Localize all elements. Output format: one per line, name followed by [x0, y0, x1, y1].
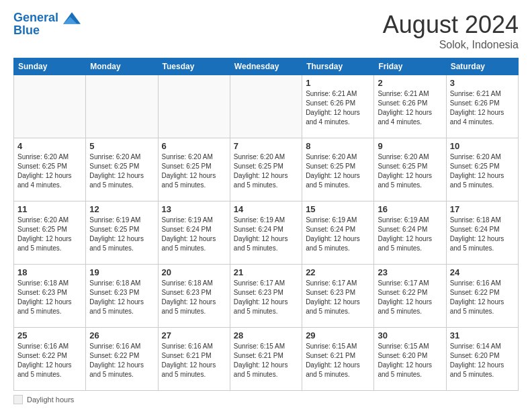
logo-blue: Blue: [13, 24, 81, 38]
day-number: 23: [378, 267, 442, 277]
day-number: 15: [306, 204, 370, 214]
day-number: 12: [89, 204, 154, 214]
day-info: Sunrise: 6:17 AM Sunset: 6:23 PM Dayligh…: [306, 279, 370, 316]
calendar-cell: 18Sunrise: 6:18 AM Sunset: 6:23 PM Dayli…: [14, 265, 86, 328]
month-year: August 2024: [383, 11, 519, 39]
calendar-week-4: 25Sunrise: 6:16 AM Sunset: 6:22 PM Dayli…: [14, 328, 519, 391]
day-number: 14: [234, 204, 298, 214]
day-info: Sunrise: 6:20 AM Sunset: 6:25 PM Dayligh…: [234, 152, 298, 190]
weekday-sunday: Sunday: [14, 58, 86, 75]
day-number: 28: [234, 330, 298, 340]
calendar-cell: 3Sunrise: 6:21 AM Sunset: 6:26 PM Daylig…: [446, 75, 518, 138]
calendar-cell: 11Sunrise: 6:20 AM Sunset: 6:25 PM Dayli…: [14, 201, 86, 265]
day-number: 10: [450, 141, 515, 151]
day-info: Sunrise: 6:18 AM Sunset: 6:24 PM Dayligh…: [450, 216, 515, 253]
weekday-friday: Friday: [374, 58, 446, 75]
day-info: Sunrise: 6:20 AM Sunset: 6:25 PM Dayligh…: [162, 152, 226, 190]
calendar-cell: 10Sunrise: 6:20 AM Sunset: 6:25 PM Dayli…: [446, 138, 518, 201]
weekday-header-row: SundayMondayTuesdayWednesdayThursdayFrid…: [14, 58, 519, 75]
calendar-cell: 26Sunrise: 6:16 AM Sunset: 6:22 PM Dayli…: [86, 328, 158, 391]
day-number: 22: [306, 267, 370, 277]
calendar-cell: 28Sunrise: 6:15 AM Sunset: 6:21 PM Dayli…: [230, 328, 302, 391]
day-number: 8: [306, 141, 370, 151]
day-number: 29: [306, 330, 370, 340]
day-info: Sunrise: 6:16 AM Sunset: 6:22 PM Dayligh…: [17, 342, 82, 379]
calendar-cell: [158, 75, 230, 138]
day-info: Sunrise: 6:14 AM Sunset: 6:20 PM Dayligh…: [450, 342, 515, 379]
calendar-cell: 27Sunrise: 6:16 AM Sunset: 6:21 PM Dayli…: [158, 328, 230, 391]
calendar-cell: 8Sunrise: 6:20 AM Sunset: 6:25 PM Daylig…: [302, 138, 374, 201]
day-number: 24: [450, 267, 515, 277]
calendar-cell: 2Sunrise: 6:21 AM Sunset: 6:26 PM Daylig…: [374, 75, 446, 138]
calendar-cell: 16Sunrise: 6:19 AM Sunset: 6:24 PM Dayli…: [374, 201, 446, 265]
day-info: Sunrise: 6:17 AM Sunset: 6:23 PM Dayligh…: [234, 279, 298, 316]
day-number: 3: [450, 78, 515, 88]
day-info: Sunrise: 6:20 AM Sunset: 6:25 PM Dayligh…: [17, 152, 82, 190]
weekday-saturday: Saturday: [446, 58, 518, 75]
daylight-box: [13, 395, 23, 404]
day-info: Sunrise: 6:21 AM Sunset: 6:26 PM Dayligh…: [450, 89, 515, 127]
day-info: Sunrise: 6:20 AM Sunset: 6:25 PM Dayligh…: [89, 152, 154, 190]
calendar-body: 1Sunrise: 6:21 AM Sunset: 6:26 PM Daylig…: [14, 75, 519, 391]
day-number: 7: [234, 141, 298, 151]
day-number: 1: [306, 78, 370, 88]
day-info: Sunrise: 6:20 AM Sunset: 6:25 PM Dayligh…: [17, 216, 82, 253]
day-info: Sunrise: 6:21 AM Sunset: 6:26 PM Dayligh…: [306, 89, 370, 127]
calendar-cell: 24Sunrise: 6:16 AM Sunset: 6:22 PM Dayli…: [446, 265, 518, 328]
day-info: Sunrise: 6:20 AM Sunset: 6:25 PM Dayligh…: [306, 152, 370, 190]
day-number: 26: [89, 330, 154, 340]
calendar-week-3: 18Sunrise: 6:18 AM Sunset: 6:23 PM Dayli…: [14, 265, 519, 328]
calendar-cell: 1Sunrise: 6:21 AM Sunset: 6:26 PM Daylig…: [302, 75, 374, 138]
day-info: Sunrise: 6:19 AM Sunset: 6:24 PM Dayligh…: [162, 216, 226, 253]
day-info: Sunrise: 6:18 AM Sunset: 6:23 PM Dayligh…: [162, 279, 226, 316]
day-info: Sunrise: 6:18 AM Sunset: 6:23 PM Dayligh…: [89, 279, 154, 316]
calendar-cell: 20Sunrise: 6:18 AM Sunset: 6:23 PM Dayli…: [158, 265, 230, 328]
weekday-monday: Monday: [86, 58, 158, 75]
calendar-cell: [230, 75, 302, 138]
day-number: 6: [162, 141, 226, 151]
calendar-cell: 15Sunrise: 6:19 AM Sunset: 6:24 PM Dayli…: [302, 201, 374, 265]
day-number: 27: [162, 330, 226, 340]
calendar-cell: 23Sunrise: 6:17 AM Sunset: 6:22 PM Dayli…: [374, 265, 446, 328]
calendar-cell: [86, 75, 158, 138]
day-number: 20: [162, 267, 226, 277]
day-info: Sunrise: 6:20 AM Sunset: 6:25 PM Dayligh…: [450, 152, 515, 190]
calendar-cell: 31Sunrise: 6:14 AM Sunset: 6:20 PM Dayli…: [446, 328, 518, 391]
calendar-cell: 29Sunrise: 6:15 AM Sunset: 6:21 PM Dayli…: [302, 328, 374, 391]
day-info: Sunrise: 6:21 AM Sunset: 6:26 PM Dayligh…: [378, 89, 442, 127]
day-number: 2: [378, 78, 442, 88]
page: General Blue August 2024 Solok, Indonesi…: [0, 0, 532, 411]
calendar-cell: 19Sunrise: 6:18 AM Sunset: 6:23 PM Dayli…: [86, 265, 158, 328]
calendar-table: SundayMondayTuesdayWednesdayThursdayFrid…: [13, 58, 519, 391]
location: Solok, Indonesia: [383, 39, 519, 51]
calendar-cell: 7Sunrise: 6:20 AM Sunset: 6:25 PM Daylig…: [230, 138, 302, 201]
calendar-cell: 6Sunrise: 6:20 AM Sunset: 6:25 PM Daylig…: [158, 138, 230, 201]
calendar-cell: 17Sunrise: 6:18 AM Sunset: 6:24 PM Dayli…: [446, 201, 518, 265]
day-info: Sunrise: 6:19 AM Sunset: 6:24 PM Dayligh…: [234, 216, 298, 253]
day-number: 4: [17, 141, 82, 151]
calendar-cell: 30Sunrise: 6:15 AM Sunset: 6:20 PM Dayli…: [374, 328, 446, 391]
calendar-cell: 21Sunrise: 6:17 AM Sunset: 6:23 PM Dayli…: [230, 265, 302, 328]
logo: General Blue: [13, 11, 81, 37]
day-number: 25: [17, 330, 82, 340]
daylight-label: Daylight hours: [27, 396, 74, 404]
calendar-cell: 12Sunrise: 6:19 AM Sunset: 6:25 PM Dayli…: [86, 201, 158, 265]
day-number: 16: [378, 204, 442, 214]
weekday-wednesday: Wednesday: [230, 58, 302, 75]
day-info: Sunrise: 6:16 AM Sunset: 6:22 PM Dayligh…: [450, 279, 515, 316]
calendar-week-2: 11Sunrise: 6:20 AM Sunset: 6:25 PM Dayli…: [14, 201, 519, 265]
calendar-header: SundayMondayTuesdayWednesdayThursdayFrid…: [14, 58, 519, 75]
calendar-cell: 9Sunrise: 6:20 AM Sunset: 6:25 PM Daylig…: [374, 138, 446, 201]
day-number: 17: [450, 204, 515, 214]
day-info: Sunrise: 6:17 AM Sunset: 6:22 PM Dayligh…: [378, 279, 442, 316]
day-info: Sunrise: 6:19 AM Sunset: 6:24 PM Dayligh…: [306, 216, 370, 253]
day-number: 21: [234, 267, 298, 277]
day-info: Sunrise: 6:19 AM Sunset: 6:24 PM Dayligh…: [378, 216, 442, 253]
day-info: Sunrise: 6:16 AM Sunset: 6:22 PM Dayligh…: [89, 342, 154, 379]
calendar-week-1: 4Sunrise: 6:20 AM Sunset: 6:25 PM Daylig…: [14, 138, 519, 201]
calendar-cell: 5Sunrise: 6:20 AM Sunset: 6:25 PM Daylig…: [86, 138, 158, 201]
day-number: 18: [17, 267, 82, 277]
day-number: 31: [450, 330, 515, 340]
day-number: 30: [378, 330, 442, 340]
title-block: August 2024 Solok, Indonesia: [383, 11, 519, 51]
